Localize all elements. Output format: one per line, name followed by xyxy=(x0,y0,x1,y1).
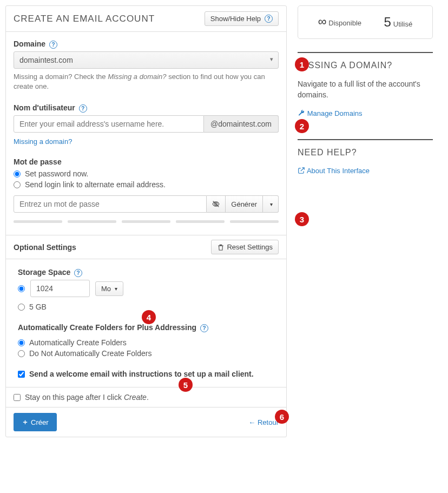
auto-create-folders-radio[interactable] xyxy=(18,339,25,346)
optional-settings-heading: Optional Settings xyxy=(14,243,76,252)
welcome-email-checkbox[interactable] xyxy=(18,371,25,378)
arrow-left-icon: ← xyxy=(248,418,255,426)
help-icon: ? xyxy=(265,15,273,23)
help-icon[interactable]: ? xyxy=(200,324,208,332)
username-input[interactable] xyxy=(14,115,204,133)
missing-domain-link[interactable]: Missing a domain? xyxy=(14,137,72,146)
available-count: ∞ xyxy=(318,15,327,28)
annotation-badge-1: 1 xyxy=(295,57,309,71)
storage-value-input[interactable] xyxy=(30,280,90,297)
about-interface-label: About This Interface xyxy=(307,167,370,175)
domain-help-text: Missing a domain? Check the Missing a do… xyxy=(14,72,279,91)
annotation-badge-4: 4 xyxy=(142,310,156,324)
set-password-now-label: Set password now. xyxy=(25,169,89,178)
annotation-badge-2: 2 xyxy=(295,119,309,133)
used-label: Utilisé xyxy=(393,20,412,28)
eye-slash-icon xyxy=(212,200,220,208)
reset-settings-label: Reset Settings xyxy=(227,243,273,251)
toggle-help-button[interactable]: Show/Hide Help ? xyxy=(205,11,279,26)
domain-label: Domaine xyxy=(14,40,45,48)
generate-password-button[interactable]: Générer xyxy=(226,195,263,213)
trash-icon xyxy=(217,244,225,251)
password-label: Mot de passe xyxy=(14,157,62,166)
annotation-badge-5: 5 xyxy=(179,378,193,392)
manage-domains-link[interactable]: Manage Domains xyxy=(298,109,363,117)
manage-domains-label: Manage Domains xyxy=(307,109,363,117)
welcome-email-label: Send a welcome email with instructions t… xyxy=(29,370,254,378)
missing-domain-text: Navigate to a full list of the account's… xyxy=(298,79,433,100)
create-button-label: Créer xyxy=(31,418,49,426)
help-icon[interactable]: ? xyxy=(79,104,87,113)
send-login-link-radio[interactable] xyxy=(14,181,21,188)
back-link[interactable]: ← Retour xyxy=(248,418,279,426)
stay-on-page-checkbox[interactable] xyxy=(14,394,21,401)
create-button[interactable]: ＋ Créer xyxy=(14,413,57,431)
generate-password-dropdown[interactable] xyxy=(263,195,279,213)
wrench-icon xyxy=(298,109,305,117)
storage-unit-dropdown[interactable]: Mo xyxy=(95,281,123,296)
about-interface-link[interactable]: About This Interface xyxy=(298,167,370,175)
storage-5gb-label: 5 GB xyxy=(29,303,47,311)
page-title: Create an Email Account xyxy=(14,14,155,24)
toggle-help-label: Show/Hide Help xyxy=(210,15,261,23)
need-help-heading: Need Help? xyxy=(298,148,433,157)
annotation-badge-6: 6 xyxy=(275,410,289,424)
help-icon[interactable]: ? xyxy=(49,41,57,49)
send-login-link-label: Send login link to alternate email addre… xyxy=(25,180,166,189)
external-link-icon xyxy=(298,167,305,174)
password-strength-meter xyxy=(14,220,279,223)
auto-create-folders-label: Automatically Create Folders xyxy=(29,338,127,347)
annotation-badge-3: 3 xyxy=(295,212,309,226)
reset-settings-button[interactable]: Reset Settings xyxy=(211,240,279,254)
no-auto-create-folders-radio[interactable] xyxy=(18,350,25,357)
used-count: 5 xyxy=(384,15,391,29)
password-input[interactable] xyxy=(14,195,207,213)
plus-addressing-label: Automatically Create Folders for Plus Ad… xyxy=(18,323,196,332)
username-domain-suffix: @domaintest.com xyxy=(204,115,279,133)
available-label: Disponible xyxy=(328,19,361,27)
set-password-now-radio[interactable] xyxy=(14,170,21,178)
domain-select[interactable]: domaintest.com xyxy=(14,51,279,69)
no-auto-create-folders-label: Do Not Automatically Create Folders xyxy=(29,349,151,358)
stay-on-page-label: Stay on this page after I click Create. xyxy=(25,393,149,402)
storage-5gb-radio[interactable] xyxy=(18,304,25,311)
missing-domain-heading: Missing a Domain? xyxy=(298,61,433,70)
plus-icon: ＋ xyxy=(22,417,29,427)
storage-label: Storage Space xyxy=(18,268,70,277)
username-label: Nom d'utilisateur xyxy=(14,103,75,112)
toggle-password-visibility-button[interactable] xyxy=(207,195,226,213)
storage-custom-radio[interactable] xyxy=(18,285,25,292)
help-icon[interactable]: ? xyxy=(74,269,82,277)
